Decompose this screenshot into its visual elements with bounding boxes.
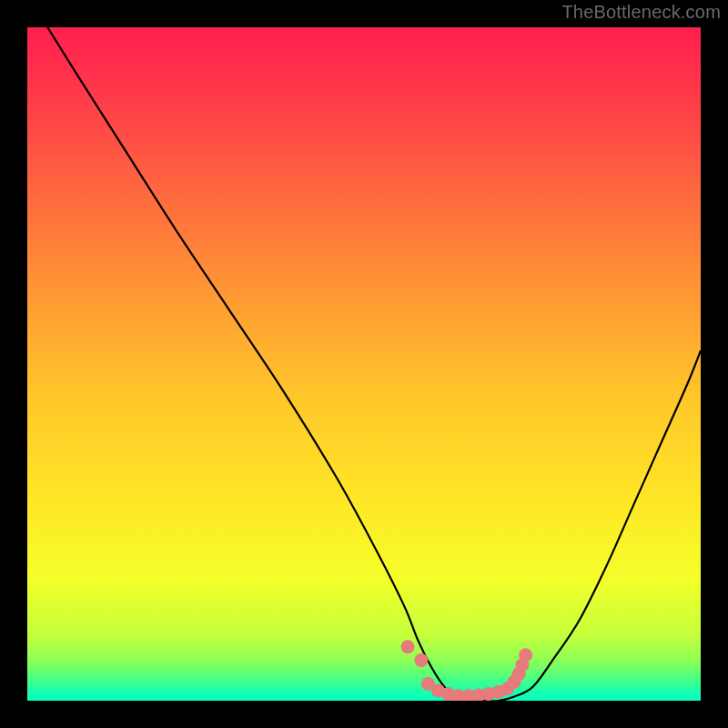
chart-plot: [27, 27, 701, 701]
highlight-point: [414, 653, 428, 667]
gradient-background: [27, 27, 701, 701]
attribution-label: TheBottleneck.com: [561, 2, 721, 23]
highlight-point: [519, 648, 532, 662]
chart-stage: TheBottleneck.com: [0, 0, 728, 728]
chart-svg: [27, 27, 701, 701]
highlight-point: [401, 640, 415, 653]
